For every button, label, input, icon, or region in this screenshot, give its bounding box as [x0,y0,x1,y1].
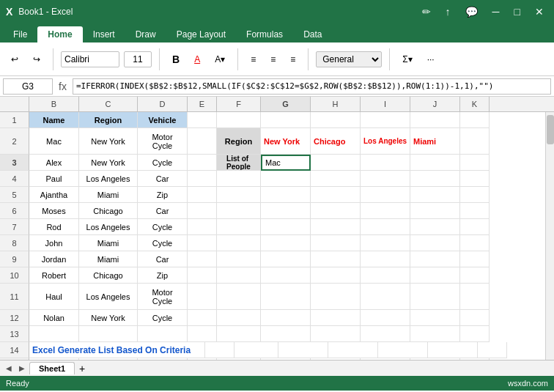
vertical-scrollbar[interactable] [545,112,554,360]
cell-i10[interactable] [361,267,410,284]
add-sheet-button[interactable]: + [79,363,85,374]
cell-j12[interactable] [410,310,460,326]
tab-insert[interactable]: Insert [83,26,125,42]
align-center-button[interactable]: ≡ [265,51,281,67]
row-header-4[interactable]: 4 [0,171,29,187]
cell-b9[interactable]: Jordan [29,251,79,267]
cell-k2[interactable] [460,128,490,155]
cell-c15[interactable] [79,358,138,360]
formula-fx-icon[interactable]: fx [56,81,70,92]
cell-h9[interactable] [311,251,361,267]
cell-b1[interactable]: Name [29,112,79,128]
cell-f10[interactable] [217,267,261,284]
cell-i1[interactable] [361,112,410,128]
tab-file[interactable]: File [3,26,37,42]
cell-h4[interactable] [311,171,361,187]
col-header-b[interactable]: B [29,97,79,111]
cell-f6[interactable] [217,203,261,219]
row-header-2[interactable]: 2 [0,128,29,155]
cell-e11[interactable] [188,284,217,310]
cell-d1[interactable]: Vehicle [138,112,188,128]
cell-g10[interactable] [261,267,311,284]
align-right-button[interactable]: ≡ [285,51,300,67]
cell-k9[interactable] [460,251,490,267]
close-btn[interactable]: ✕ [531,4,548,19]
cell-h10[interactable] [311,267,361,284]
cell-i4[interactable] [361,171,410,187]
cell-g9[interactable] [261,251,311,267]
cell-b8[interactable]: John [29,235,79,251]
tab-page-layout[interactable]: Page Layout [166,26,236,42]
cell-f14[interactable] [234,342,278,358]
cell-g13[interactable] [261,326,311,342]
cell-j2[interactable]: Miami [410,128,460,155]
cell-j4[interactable] [410,171,460,187]
cell-k6[interactable] [460,203,490,219]
cell-d2[interactable]: Motor Cycle [138,128,188,155]
cell-f8[interactable] [217,235,261,251]
cell-e4[interactable] [188,171,217,187]
cell-i3[interactable] [361,155,410,171]
col-header-k[interactable]: K [460,97,490,111]
cell-e5[interactable] [188,187,217,203]
cell-f12[interactable] [217,310,261,326]
cell-ref-input[interactable] [3,78,53,95]
cell-e2[interactable] [188,128,217,155]
cell-k15[interactable] [460,358,490,360]
cell-f9[interactable] [217,251,261,267]
cell-i9[interactable] [361,251,410,267]
cell-e12[interactable] [188,310,217,326]
cell-h12[interactable] [311,310,361,326]
cell-h7[interactable] [311,219,361,235]
cell-c4[interactable]: Los Angeles [79,171,138,187]
highlight-button[interactable]: A▾ [210,51,230,67]
cell-f5[interactable] [217,187,261,203]
cell-e3[interactable] [188,155,217,171]
cell-c8[interactable]: Miami [79,235,138,251]
cell-c1[interactable]: Region [79,112,138,128]
cell-g12[interactable] [261,310,311,326]
cell-i14[interactable] [378,342,428,358]
cell-d3[interactable]: Cycle [138,155,188,171]
cell-j6[interactable] [410,203,460,219]
cell-d6[interactable]: Car [138,203,188,219]
cell-e7[interactable] [188,219,217,235]
row-header-5[interactable]: 5 [0,187,29,203]
cell-j3[interactable] [410,155,460,171]
cell-k14[interactable] [478,342,507,358]
row-header-8[interactable]: 8 [0,235,29,251]
cell-g4[interactable] [261,171,311,187]
col-header-i[interactable]: I [361,97,410,111]
cell-i2[interactable]: Los Angeles [361,128,410,155]
cell-d11[interactable]: Motor Cycle [138,284,188,310]
cell-g8[interactable] [261,235,311,251]
cell-h3[interactable] [311,155,361,171]
cell-d4[interactable]: Car [138,171,188,187]
cell-i6[interactable] [361,203,410,219]
cell-j13[interactable] [410,326,460,342]
cell-e9[interactable] [188,251,217,267]
col-header-j[interactable]: J [410,97,460,111]
cell-c5[interactable]: Miami [79,187,138,203]
cell-g15[interactable] [261,358,311,360]
cell-d10[interactable]: Zip [138,267,188,284]
cell-k7[interactable] [460,219,490,235]
cell-k5[interactable] [460,187,490,203]
cell-c12[interactable]: New York [79,310,138,326]
cell-h15[interactable] [311,358,361,360]
cell-h13[interactable] [311,326,361,342]
cell-c7[interactable]: Los Angeles [79,219,138,235]
tab-home[interactable]: Home [37,26,82,42]
cell-k3[interactable] [460,155,490,171]
cell-f4[interactable] [217,171,261,187]
row-header-3[interactable]: 3 [0,155,29,171]
cell-g3[interactable]: Mac [261,155,311,171]
cell-j10[interactable] [410,267,460,284]
cell-i5[interactable] [361,187,410,203]
cell-e10[interactable] [188,267,217,284]
cell-b5[interactable]: Ajantha [29,187,79,203]
cell-h8[interactable] [311,235,361,251]
cell-k8[interactable] [460,235,490,251]
cell-h11[interactable] [311,284,361,310]
cell-b14[interactable]: Excel Generate List Based On Criteria [29,342,205,358]
